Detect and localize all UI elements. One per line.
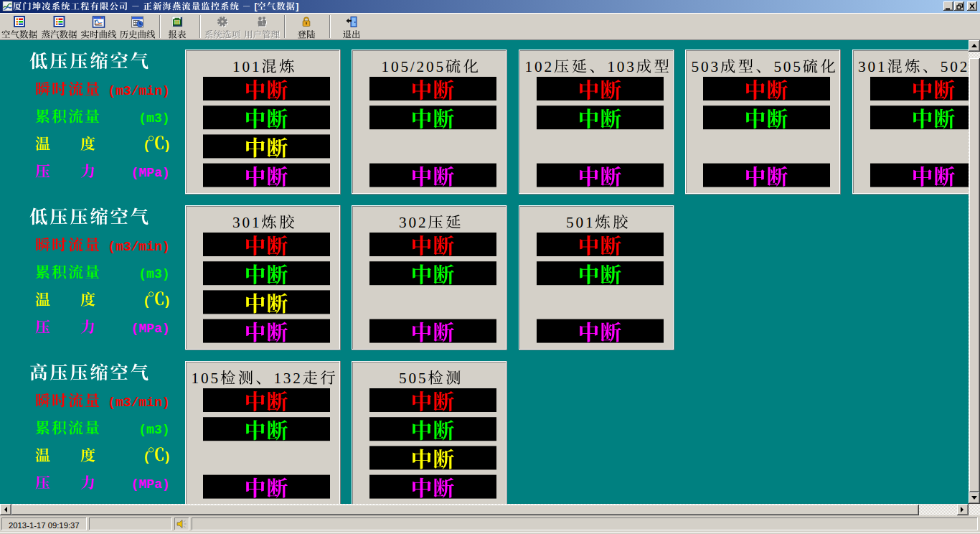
svg-text:302: 302: [399, 214, 428, 231]
svg-text:2013-1-17 09:19:37: 2013-1-17 09:19:37: [9, 521, 80, 530]
svg-text:(: (: [143, 450, 151, 464]
svg-text:505: 505: [773, 58, 802, 75]
svg-text:(: (: [143, 294, 151, 309]
svg-text:(m3/min): (m3/min): [108, 84, 169, 98]
svg-text:102: 102: [525, 58, 554, 75]
svg-text:): ): [164, 450, 171, 464]
svg-text:105: 105: [192, 370, 220, 387]
svg-text:501: 501: [566, 214, 595, 231]
svg-text:(MPa): (MPa): [131, 166, 170, 180]
svg-text:(m3): (m3): [138, 423, 169, 437]
svg-text:]: ]: [296, 1, 298, 11]
svg-text:505: 505: [399, 370, 428, 387]
svg-text:132: 132: [273, 370, 302, 387]
svg-text:): ): [164, 139, 171, 153]
svg-text:[: [: [252, 1, 257, 11]
svg-text:(m3): (m3): [138, 267, 169, 281]
svg-text:(m3/min): (m3/min): [108, 395, 169, 410]
svg-text:(m3/min): (m3/min): [108, 240, 169, 254]
svg-text:101: 101: [232, 58, 261, 75]
svg-text:301: 301: [858, 58, 887, 75]
svg-text:(MPa): (MPa): [131, 477, 170, 492]
svg-text:(m3): (m3): [138, 111, 169, 126]
svg-text:301: 301: [232, 214, 261, 231]
svg-text:502: 502: [941, 58, 969, 75]
svg-text:): ): [164, 294, 171, 309]
svg-text:503: 503: [692, 58, 720, 75]
svg-text:(MPa): (MPa): [131, 322, 170, 336]
svg-text:103: 103: [607, 58, 636, 75]
svg-text:(: (: [143, 139, 151, 153]
svg-text:105/205: 105/205: [382, 58, 446, 75]
